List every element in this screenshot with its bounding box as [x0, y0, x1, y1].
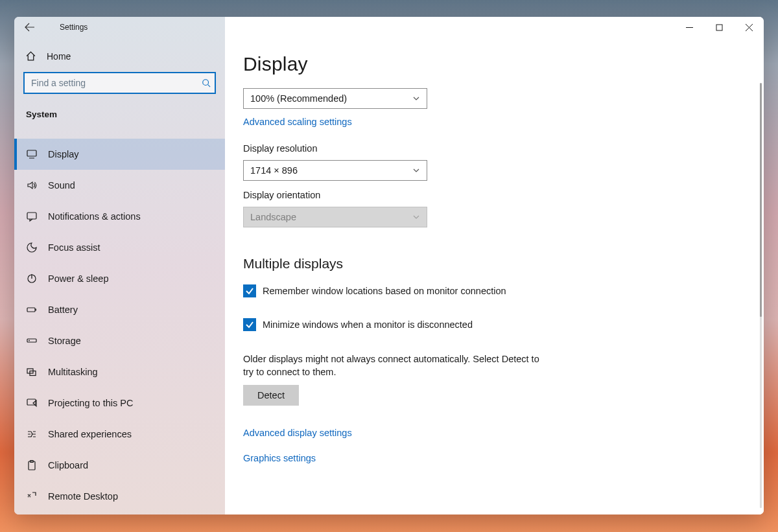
resolution-dropdown[interactable]: 1714 × 896	[243, 160, 427, 181]
scale-dropdown[interactable]: 100% (Recommended)	[243, 88, 427, 109]
sidebar-item-label: Sound	[48, 180, 75, 191]
sidebar-item-power-sleep[interactable]: Power & sleep	[14, 263, 225, 294]
scale-value: 100% (Recommended)	[250, 93, 347, 104]
svg-rect-9	[27, 339, 36, 342]
sidebar-item-projecting[interactable]: Projecting to this PC	[14, 387, 225, 419]
chevron-down-icon	[412, 167, 420, 174]
sidebar-item-notifications[interactable]: Notifications & actions	[14, 201, 225, 232]
check-icon	[245, 320, 254, 329]
battery-icon	[26, 304, 38, 316]
sidebar-item-label: Focus assist	[48, 242, 100, 253]
scrollbar-thumb[interactable]	[760, 83, 762, 317]
sound-icon	[26, 179, 38, 191]
sidebar-item-label: Battery	[48, 305, 78, 315]
titlebar-right	[225, 17, 764, 38]
sidebar-item-storage[interactable]: Storage	[14, 325, 225, 356]
sidebar-item-label: Clipboard	[48, 460, 88, 470]
svg-rect-7	[27, 308, 35, 312]
sidebar-item-remote-desktop[interactable]: Remote Desktop	[14, 481, 225, 512]
remote-desktop-icon	[26, 491, 38, 502]
chevron-down-icon	[412, 95, 420, 102]
page-title: Display	[243, 38, 746, 88]
sidebar-home[interactable]: Home	[14, 38, 225, 67]
chevron-down-icon	[412, 213, 420, 221]
sidebar-item-label: Storage	[48, 336, 81, 346]
app-title: Settings	[60, 23, 88, 32]
home-icon	[25, 51, 36, 62]
focus-assist-icon	[26, 242, 38, 253]
shared-experiences-icon	[26, 428, 38, 440]
sidebar-item-shared-experiences[interactable]: Shared experiences	[14, 419, 225, 450]
sidebar-item-sound[interactable]: Sound	[14, 170, 225, 201]
resolution-label: Display resolution	[243, 143, 746, 154]
display-icon	[26, 148, 38, 160]
checkbox-remember-label: Remember window locations based on monit…	[263, 286, 506, 296]
orientation-label: Display orientation	[243, 190, 746, 200]
content-pane: Display 100% (Recommended) Advanced scal…	[225, 17, 764, 515]
svg-rect-17	[716, 25, 722, 30]
minimize-icon	[686, 24, 693, 31]
svg-rect-2	[27, 150, 36, 156]
notifications-icon	[26, 211, 38, 222]
sidebar-group-label: System	[14, 99, 225, 127]
sidebar-item-label: Display	[48, 149, 79, 159]
sidebar-item-label: Remote Desktop	[48, 491, 118, 502]
search-wrap	[23, 72, 216, 94]
resolution-value: 1714 × 896	[250, 165, 298, 176]
checkbox-minimize[interactable]	[243, 318, 256, 331]
detect-description: Older displays might not always connect …	[243, 353, 541, 378]
window-close-button[interactable]	[734, 17, 764, 38]
detect-button[interactable]: Detect	[243, 385, 299, 406]
graphics-settings-link[interactable]: Graphics settings	[243, 453, 316, 463]
multitasking-icon	[26, 366, 38, 378]
back-button[interactable]	[21, 18, 39, 36]
checkbox-remember-row: Remember window locations based on monit…	[243, 284, 746, 297]
orientation-dropdown: Landscape	[243, 207, 427, 227]
checkbox-remember[interactable]	[243, 284, 256, 297]
sidebar-item-label: Multitasking	[48, 367, 98, 377]
orientation-value: Landscape	[250, 212, 296, 222]
sidebar: Settings Home System	[14, 17, 225, 515]
close-icon	[746, 24, 753, 31]
advanced-display-link[interactable]: Advanced display settings	[243, 428, 352, 438]
arrow-left-icon	[25, 22, 35, 32]
scrollbar[interactable]	[760, 83, 762, 508]
svg-point-10	[29, 340, 30, 341]
sidebar-home-label: Home	[47, 51, 71, 62]
clipboard-icon	[26, 459, 38, 471]
sidebar-item-multitasking[interactable]: Multitasking	[14, 356, 225, 387]
checkbox-minimize-row: Minimize windows when a monitor is disco…	[243, 318, 746, 331]
sidebar-item-label: Power & sleep	[48, 273, 109, 284]
sidebar-item-label: Projecting to this PC	[48, 398, 133, 408]
multiple-displays-heading: Multiple displays	[243, 256, 746, 272]
settings-window: Settings Home System	[14, 17, 764, 515]
desktop-wallpaper: Settings Home System	[0, 0, 778, 532]
window-maximize-button[interactable]	[704, 17, 734, 38]
titlebar-left: Settings	[14, 17, 225, 38]
sidebar-item-focus-assist[interactable]: Focus assist	[14, 232, 225, 263]
sidebar-item-battery[interactable]: Battery	[14, 294, 225, 325]
projecting-icon	[26, 397, 38, 409]
svg-rect-8	[36, 309, 37, 311]
sidebar-item-label: Notifications & actions	[48, 211, 141, 222]
sidebar-nav: Display Sound Notifications & actions	[14, 127, 225, 512]
power-icon	[26, 273, 38, 284]
sidebar-item-display[interactable]: Display	[14, 139, 225, 170]
window-minimize-button[interactable]	[674, 17, 704, 38]
search-input[interactable]	[23, 72, 216, 94]
svg-rect-4	[27, 213, 36, 219]
storage-icon	[26, 335, 38, 347]
content-inner: Display 100% (Recommended) Advanced scal…	[225, 38, 764, 515]
advanced-scaling-link[interactable]: Advanced scaling settings	[243, 117, 352, 127]
sidebar-item-label: Shared experiences	[48, 429, 132, 439]
check-icon	[245, 286, 254, 295]
checkbox-minimize-label: Minimize windows when a monitor is disco…	[263, 319, 473, 330]
maximize-icon	[716, 24, 723, 31]
sidebar-item-clipboard[interactable]: Clipboard	[14, 450, 225, 481]
